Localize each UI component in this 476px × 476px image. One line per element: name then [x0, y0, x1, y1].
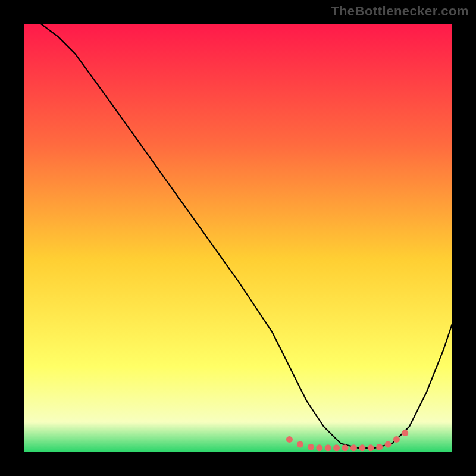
marker-dot [350, 444, 357, 451]
marker-dot [385, 441, 392, 448]
watermark-text: TheBottlenecker.com [331, 4, 469, 19]
marker-dot [325, 444, 331, 451]
marker-dot [393, 436, 400, 443]
gradient-background [24, 24, 452, 452]
marker-dot [316, 444, 322, 451]
marker-dot [376, 444, 383, 450]
chart-plot-area [24, 24, 452, 452]
marker-dot [286, 436, 293, 443]
chart-svg [24, 24, 452, 452]
marker-dot [333, 444, 340, 451]
marker-dot [308, 444, 314, 450]
marker-dot [342, 444, 349, 451]
marker-dot [359, 444, 365, 451]
marker-dot [368, 444, 374, 451]
marker-dot [402, 430, 408, 436]
marker-dot [297, 441, 303, 448]
chart-frame: TheBottlenecker.com [0, 0, 476, 476]
